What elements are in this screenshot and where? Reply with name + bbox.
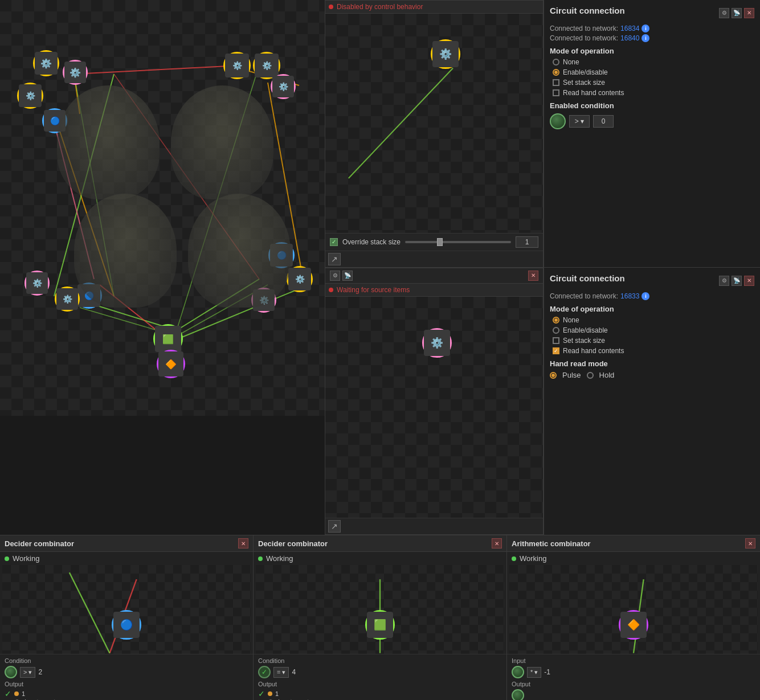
- toolbar-move-btn[interactable]: ↗: [328, 253, 341, 265]
- panel-icon-btn-1[interactable]: ⚙: [330, 271, 340, 281]
- network1-value-bottom: 16833: [620, 292, 639, 300]
- entity-icon-5[interactable]: ⚙️: [225, 54, 249, 77]
- combinator1-status-row: Working: [0, 552, 253, 565]
- combinator3-output-label: Output: [512, 681, 755, 687]
- combinator1-preview: 🔵: [2, 565, 251, 654]
- circuit-title-top: Circuit connection: [550, 6, 625, 15]
- hold-radio[interactable]: [587, 372, 594, 379]
- mode-read-check-bottom[interactable]: [553, 347, 559, 354]
- entity-icon-12[interactable]: ⚙️: [56, 288, 78, 310]
- combinator1-condition-label: Condition: [5, 657, 248, 664]
- combinator2-cond-icon[interactable]: ✓: [258, 666, 271, 678]
- mode-section-bottom: Mode of operation: [550, 305, 754, 313]
- entity-icon-4[interactable]: ⚙️: [19, 84, 42, 107]
- cond-value-top[interactable]: 0: [593, 115, 614, 128]
- combinator1-cond-value: 2: [38, 668, 42, 676]
- network1-value-top: 16834: [620, 24, 639, 32]
- override-row: ✓ Override stack size: [325, 233, 543, 251]
- mech-body-4: [188, 194, 291, 308]
- bottom-panel-close[interactable]: ✕: [528, 271, 538, 281]
- preview-entity-icon[interactable]: ⚙️: [432, 41, 459, 67]
- combinator2-close[interactable]: ✕: [492, 538, 502, 548]
- entity-icon-1[interactable]: ⚙️: [64, 62, 86, 83]
- circuit-bottom-icon1[interactable]: ⚙: [719, 276, 729, 286]
- combinator1-output-check: ✓: [5, 689, 11, 698]
- mode-enable-label-bottom: Enable/disable: [563, 326, 608, 334]
- combinator1-close[interactable]: ✕: [238, 538, 248, 548]
- combinator2-status-dot: [258, 556, 263, 561]
- mode-enable-radio-bottom[interactable]: [553, 327, 559, 334]
- network2-info-icon[interactable]: i: [641, 34, 649, 42]
- mech-body-1: [57, 85, 160, 199]
- entity-icon-7[interactable]: ⚙️: [272, 76, 294, 97]
- combinator2-output-check: ✓: [258, 689, 265, 698]
- pulse-label: Pulse: [562, 371, 581, 379]
- entity-icon-14[interactable]: 🟩: [155, 326, 181, 352]
- combinator1-bottom: Condition > ▾ 2 Output ✓ 1 Input count: [0, 654, 253, 700]
- enabled-condition-title: Enabled condition: [550, 101, 754, 110]
- bottom-preview-entity-icon[interactable]: ⚙️: [424, 330, 450, 356]
- combinator3-input-op[interactable]: * ▾: [527, 667, 541, 678]
- mode-none-radio-bottom[interactable]: [553, 317, 559, 324]
- combinator2-titlebar: Decider combinator ✕: [254, 535, 506, 552]
- combinator1-output-label: Output: [5, 681, 248, 687]
- network1-bottom-info-icon[interactable]: i: [641, 292, 649, 300]
- cond-icon-top[interactable]: [550, 113, 566, 129]
- mode-none-radio-top[interactable]: [553, 59, 559, 66]
- panel-icon-btn-2[interactable]: 📡: [342, 271, 353, 281]
- entity-icon-9[interactable]: ⚙️: [288, 268, 311, 290]
- mode-enable-label-top: Enable/disable: [563, 68, 608, 76]
- mode-stack-label-bottom: Set stack size: [563, 337, 605, 345]
- entity-icon-6[interactable]: ⚙️: [255, 54, 279, 77]
- entity-icon-13[interactable]: ⚙️: [26, 272, 48, 294]
- combinator3-output-icon[interactable]: [512, 689, 524, 700]
- combinator1-entity-icon[interactable]: 🔵: [113, 612, 140, 638]
- status-dot-red: [329, 5, 333, 9]
- combinator3-close[interactable]: ✕: [745, 538, 755, 548]
- cond-op-top[interactable]: > ▾: [569, 115, 590, 128]
- stack-value-input[interactable]: [516, 236, 538, 248]
- pulse-radio[interactable]: [550, 372, 557, 379]
- mode-none-label-top: None: [563, 58, 579, 66]
- combinator3-entity-icon[interactable]: 🔶: [620, 612, 647, 638]
- entity-icon-15[interactable]: 🔶: [158, 351, 183, 376]
- bottom-panel-preview: ⚙️: [325, 297, 543, 518]
- circuit-top-close[interactable]: ✕: [744, 8, 754, 18]
- combinator3-titlebar: Arithmetic combinator ✕: [507, 535, 760, 552]
- svg-line-16: [349, 68, 453, 178]
- svg-line-18: [70, 572, 110, 653]
- combinator3-input-icon[interactable]: [512, 666, 524, 678]
- circuit-bottom-icon2[interactable]: 📡: [732, 276, 742, 286]
- combinator2-cond-op[interactable]: = ▾: [273, 667, 289, 678]
- combinator3-preview: 🔶: [509, 565, 758, 654]
- combinator2-condition-label: Condition: [258, 657, 502, 664]
- circuit-bottom-close[interactable]: ✕: [744, 276, 754, 286]
- mode-enable-radio-top[interactable]: [553, 69, 559, 76]
- combinator2-status: Working: [266, 554, 293, 563]
- combinator2-output-dot: [268, 691, 272, 696]
- mode-stack-label-top: Set stack size: [563, 79, 605, 87]
- combinator3-status: Working: [520, 554, 546, 563]
- combinator3-input-value: -1: [544, 668, 550, 676]
- network2-label-top: Connected to network:: [550, 34, 618, 42]
- combinator2-output-count: 1: [275, 690, 279, 697]
- network1-info-icon[interactable]: i: [641, 24, 649, 32]
- combinator2-entity-icon[interactable]: 🟩: [367, 612, 393, 638]
- bottom-panel-status: Waiting for source items: [337, 286, 410, 294]
- mech-body-2: [171, 85, 273, 199]
- mode-stack-check-bottom[interactable]: [553, 337, 559, 344]
- circuit-top-icon1[interactable]: ⚙: [719, 8, 729, 18]
- combinator1-status-dot: [5, 556, 9, 561]
- mode-read-label-bottom: Read hand contents: [563, 347, 624, 355]
- combinator1-cond-op[interactable]: > ▾: [20, 667, 35, 678]
- stack-slider[interactable]: [405, 241, 511, 243]
- override-checkbox[interactable]: ✓: [330, 238, 338, 246]
- network1-label-top: Connected to network:: [550, 24, 618, 32]
- mode-read-check-top[interactable]: [553, 89, 559, 96]
- bottom-toolbar-move-btn[interactable]: ↗: [328, 520, 341, 533]
- combinator1-cond-icon[interactable]: [5, 666, 17, 678]
- mode-stack-check-top[interactable]: [553, 79, 559, 86]
- pulse-hold-row: Pulse Hold: [550, 371, 754, 379]
- circuit-top-icon2[interactable]: 📡: [732, 8, 742, 18]
- entity-icon-2[interactable]: ⚙️: [35, 52, 58, 75]
